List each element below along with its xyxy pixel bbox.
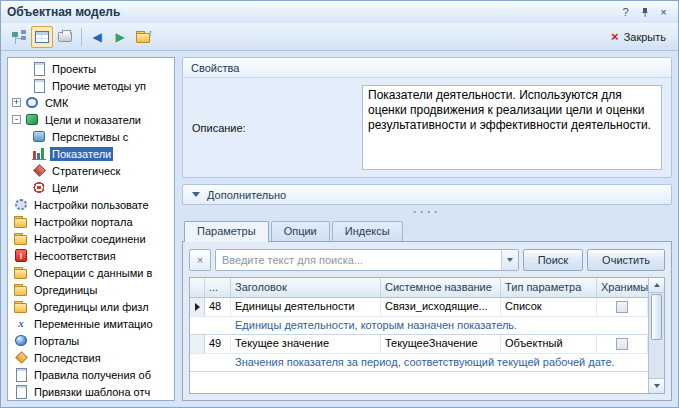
tree-item-label: Оргединицы или физл [32, 300, 151, 314]
object-model-window: Объектная модель ? × ◀ ▶ ↑ × Закрыть Про… [0, 0, 679, 408]
table-view-button[interactable] [31, 26, 53, 48]
tree-item-goals[interactable]: Цели [8, 179, 174, 196]
forward-button[interactable]: ▶ [109, 26, 131, 48]
chevron-down-icon [507, 258, 513, 262]
tab-row: Параметры Опции Индексы [182, 220, 672, 241]
grid-header-system-name[interactable]: Системное название [381, 278, 501, 297]
dropdown-button[interactable] [501, 250, 518, 270]
type-cell[interactable]: Объектный [501, 335, 597, 353]
properties-group: Свойства Описание: Показатели деятельнос… [182, 57, 672, 178]
tree-item-label: Цели [50, 181, 80, 195]
tab-parameters[interactable]: Параметры [184, 221, 269, 242]
tree-item-other-methods[interactable]: Прочие методы уп [8, 77, 174, 94]
tree-item-label: Стратегическ [50, 164, 122, 178]
document-icon [32, 62, 46, 75]
stored-checkbox[interactable] [616, 338, 628, 350]
title-cell[interactable]: Текущее значение [231, 335, 381, 353]
expander-plus-icon[interactable]: + [12, 98, 21, 107]
grid-header-number[interactable]: ... [205, 278, 231, 297]
grid-header-title[interactable]: Заголовок [231, 278, 381, 297]
print-button[interactable] [54, 26, 76, 48]
title-cell[interactable]: Единицы деятельности [231, 298, 381, 316]
tree-item-portal-settings[interactable]: Настройки портала [8, 213, 174, 230]
tree-item-label: Перспективы с [50, 130, 130, 144]
help-icon[interactable]: ? [617, 4, 634, 20]
back-arrow-icon: ◀ [92, 31, 101, 43]
vertical-scrollbar[interactable] [648, 278, 664, 393]
tree-item-strategic[interactable]: Стратегическ [8, 162, 174, 179]
tree-item-indicators[interactable]: Показатели [8, 145, 174, 162]
scroll-down-icon[interactable] [649, 378, 664, 393]
description-textarea[interactable]: Показатели деятельности. Используются дл… [362, 85, 662, 170]
tab-panel: × Поиск Очистить ... Заголовок Системное… [182, 241, 672, 401]
tree-item-label: Переменные имитацио [32, 317, 155, 331]
folder-icon [14, 232, 28, 245]
tree-item-orgunits-or-persons[interactable]: Оргединицы или физл [8, 298, 174, 315]
tree-item-nonconformities[interactable]: Несоответствия [8, 247, 174, 264]
system-name-cell[interactable]: ТекущееЗначение [381, 335, 501, 353]
search-input[interactable] [216, 250, 501, 270]
tree-item-simulation-variables[interactable]: Переменные имитацио [8, 315, 174, 332]
tree-item-label: Правила получения об [32, 368, 153, 382]
close-panel-icon[interactable]: × [655, 4, 672, 20]
pin-icon[interactable] [636, 4, 653, 20]
type-cell[interactable]: Список [501, 298, 597, 316]
tree-item-orgunits[interactable]: Оргединицы [8, 281, 174, 298]
forward-arrow-icon: ▶ [115, 31, 124, 43]
splitter-handle[interactable] [182, 206, 672, 217]
back-button[interactable]: ◀ [86, 26, 108, 48]
grid-header-indicator [190, 278, 205, 297]
scroll-up-icon[interactable] [649, 278, 664, 293]
folder-icon [14, 215, 28, 228]
tree-item-portals[interactable]: Порталы [8, 332, 174, 349]
grid-header: ... Заголовок Системное название Тип пар… [190, 278, 648, 298]
up-level-button[interactable]: ↑ [132, 26, 154, 48]
pin-glyph [640, 7, 650, 18]
panel-title: Объектная модель [7, 5, 615, 19]
tree-item-goals-and-indicators[interactable]: -Цели и показатели [8, 111, 174, 128]
grid-header-type[interactable]: Тип параметра [501, 278, 597, 297]
row-number-cell: 49 [205, 335, 231, 353]
object-tree[interactable]: Проекты Прочие методы уп +СМК -Цели и по… [7, 57, 175, 401]
folder-icon [14, 283, 28, 296]
additional-label: Дополнительно [207, 189, 286, 201]
printer-icon [58, 32, 72, 42]
tree-item-receiving-rules[interactable]: Правила получения об [8, 366, 174, 383]
tree-item-report-template-bindings[interactable]: Привязки шаблона отч [8, 383, 174, 400]
stored-checkbox[interactable] [616, 301, 628, 313]
clear-button[interactable]: Очистить [587, 249, 665, 271]
clear-filter-icon[interactable]: × [189, 249, 211, 271]
tab-options[interactable]: Опции [271, 221, 330, 242]
additional-section[interactable]: Дополнительно [182, 184, 672, 205]
scrollbar-thumb[interactable] [651, 294, 662, 340]
tree-item-smk[interactable]: +СМК [8, 94, 174, 111]
folder-icon [14, 266, 28, 279]
tree-item-consequences[interactable]: Последствия [8, 349, 174, 366]
close-button[interactable]: × Закрыть [606, 28, 671, 45]
tree-item-label: Цели и показатели [43, 113, 143, 127]
tree-item-label: Настройки портала [32, 215, 135, 229]
grid-header-stored[interactable]: Хранимый [597, 278, 648, 297]
tree-item-label: Последствия [32, 351, 103, 365]
tree-item-perspectives[interactable]: Перспективы с [8, 128, 174, 145]
search-button[interactable]: Поиск [523, 249, 583, 271]
system-name-cell[interactable]: Связи_исходящие... [381, 298, 501, 316]
red-x-icon: × [611, 30, 619, 43]
hierarchy-view-button[interactable] [8, 26, 30, 48]
strategy-icon [32, 164, 46, 177]
tree-item-projects[interactable]: Проекты [8, 60, 174, 77]
triangle-down-glyph [654, 384, 660, 388]
tree-item-label: СМК [43, 96, 70, 110]
tree-item-label: Показатели [50, 147, 113, 161]
tree-item-data-operations[interactable]: Операции с данными в [8, 264, 174, 281]
toolbar: ◀ ▶ ↑ × Закрыть [1, 23, 678, 51]
tree-item-user-settings[interactable]: Настройки пользовате [8, 196, 174, 213]
table-row[interactable]: 48 Единицы деятельности Связи_исходящие.… [190, 298, 648, 317]
tree-item-label: Операции с данными в [32, 266, 154, 280]
document-icon [32, 79, 46, 92]
expander-minus-icon[interactable]: - [12, 115, 21, 124]
properties-group-caption: Свойства [183, 58, 671, 78]
tree-item-connection-settings[interactable]: Настройки соединени [8, 230, 174, 247]
table-row[interactable]: 49 Текущее значение ТекущееЗначение Объе… [190, 335, 648, 354]
tab-indexes[interactable]: Индексы [332, 221, 403, 242]
